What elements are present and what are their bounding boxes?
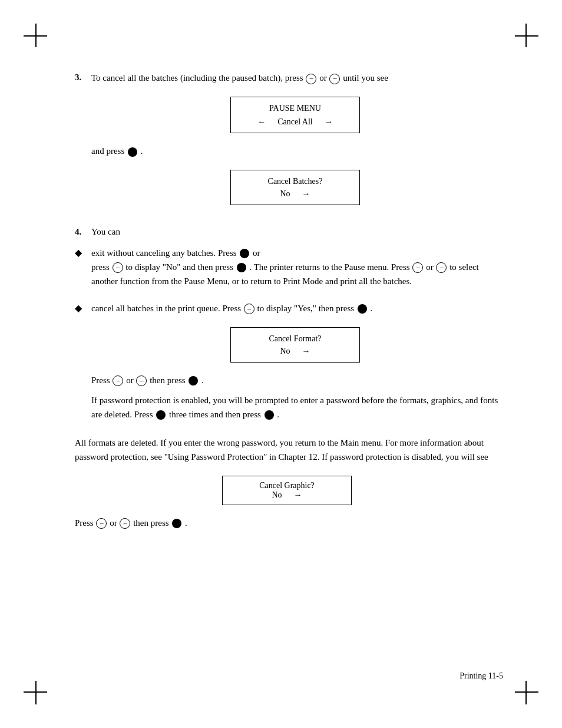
main-content: 3. To cancel all the batches (including … <box>75 71 499 530</box>
bullet-2-period: . <box>371 304 373 313</box>
bullet-1-symbol: ◆ <box>75 246 87 294</box>
password-para-btn-icon-2 <box>265 410 274 420</box>
step-4: 4. You can <box>75 225 499 239</box>
corner-mark-br-v <box>525 681 527 704</box>
step-3-until-text: until you see <box>343 73 388 83</box>
password-para-text1: If password protection is enabled, you w… <box>91 396 498 419</box>
cancel-graphic-value: No <box>272 490 282 500</box>
bullet-2-display-yes: to display "Yes," then press <box>257 304 356 313</box>
bullet-2-btn-icon <box>358 304 367 314</box>
step-4-body: You can <box>91 225 499 239</box>
and-press-period: . <box>141 146 143 156</box>
corner-mark-tr-h <box>515 35 538 37</box>
cancel-batches-label: Cancel Batches? <box>268 175 323 187</box>
corner-mark-bl-v <box>35 681 37 704</box>
password-para-text2: three times and then press <box>169 410 261 419</box>
bullet-2-body: cancel all batches in the print queue. P… <box>91 301 499 427</box>
bullet-2-symbol: ◆ <box>75 301 87 427</box>
password-para: If password protection is enabled, you w… <box>91 393 499 421</box>
bullet-2-minus-icon: − <box>244 304 254 314</box>
cancel-format-value: No <box>280 345 290 357</box>
bullet-2-or-text: or <box>126 375 135 385</box>
corner-mark-tl-v <box>35 24 37 47</box>
bullet-2-minus-icon-3: − <box>136 375 147 386</box>
and-press-btn-icon <box>128 147 137 157</box>
bullet-1-minus-icon: − <box>113 262 123 273</box>
cancel-graphic-row1: Cancel Graphic? <box>234 481 339 490</box>
bullet-1-body: exit without canceling any batches. Pres… <box>91 246 499 294</box>
cancel-batches-arrow: → <box>302 187 310 200</box>
bullet-1-press-text: press <box>91 262 112 272</box>
pause-menu-title: PAUSE MENU <box>243 102 348 114</box>
password-para-text3: . <box>277 410 279 419</box>
cancel-format-row1: Cancel Format? <box>243 332 348 345</box>
password-para-btn-icon-1 <box>156 410 166 420</box>
bullet-2-minus-icon-2: − <box>113 375 123 386</box>
page-footer: Printing 11-5 <box>459 671 503 681</box>
step-3-number: 3. <box>75 71 89 216</box>
cancel-format-arrow: → <box>302 345 310 357</box>
bullet-2-press-label: Press <box>91 375 112 385</box>
page: 3. To cancel all the batches (including … <box>0 0 562 728</box>
bottom-btn-icon <box>172 519 181 528</box>
cancel-format-box-container: Cancel Format? No → <box>91 321 499 368</box>
bullet-2-text-before: cancel all batches in the print queue. P… <box>91 304 243 313</box>
step-3-minus-icon-2: − <box>329 74 340 84</box>
step-4-number: 4. <box>75 225 89 239</box>
bottom-minus-icon-2: − <box>120 518 130 529</box>
pause-menu-label: Cancel All <box>277 116 313 128</box>
bullet-2-text: cancel all batches in the print queue. P… <box>91 301 499 315</box>
cancel-graphic-box: Cancel Graphic? No → <box>222 476 352 505</box>
cancel-batches-row2: No → <box>243 187 348 200</box>
cancel-graphic-box-container: Cancel Graphic? No → <box>75 470 499 511</box>
and-press-text: and press . <box>91 144 499 158</box>
pause-menu-box-container: PAUSE MENU ← Cancel All → <box>91 91 499 139</box>
bottom-then-press-text: then press <box>133 518 168 528</box>
bottom-para-text: All formats are deleted. If you enter th… <box>75 438 488 462</box>
and-press-label: and press <box>91 146 124 156</box>
pause-menu-right-arrow: → <box>325 116 333 128</box>
bullet-1-or-2: or <box>426 262 435 272</box>
bullet-1-btn-icon-1 <box>240 249 249 258</box>
bullet-2-press-line: Press − or − then press . <box>91 373 499 387</box>
bottom-or-label: or <box>110 518 117 528</box>
bullet-2: ◆ cancel all batches in the print queue.… <box>75 301 499 427</box>
corner-mark-tr-v <box>525 24 527 47</box>
pause-menu-left-arrow: ← <box>257 116 266 128</box>
cancel-batches-value: No <box>280 187 290 200</box>
step-3: 3. To cancel all the batches (including … <box>75 71 499 216</box>
bullet-1-text: exit without canceling any batches. Pres… <box>91 246 499 288</box>
step-3-text-before: To cancel all the batches (including the… <box>91 73 303 83</box>
cancel-batches-row1: Cancel Batches? <box>243 175 348 187</box>
bullet-1-btn-icon-2 <box>237 263 246 272</box>
cancel-format-row2: No → <box>243 345 348 357</box>
step-3-text: To cancel all the batches (including the… <box>91 71 499 85</box>
cancel-batches-box-container: Cancel Batches? No → <box>91 164 499 211</box>
bottom-period: . <box>185 518 187 528</box>
step-3-body: To cancel all the batches (including the… <box>91 71 499 216</box>
pause-menu-row: ← Cancel All → <box>243 116 348 128</box>
cancel-graphic-label: Cancel Graphic? <box>259 481 315 490</box>
bullet-2-btn-icon-2 <box>189 376 198 386</box>
bullet-1-or: or <box>253 248 260 258</box>
corner-mark-br-h <box>515 691 538 693</box>
bullet-2-press-period: . <box>201 375 204 385</box>
step-3-minus-icon-1: − <box>306 74 316 84</box>
bullet-1-printer-returns: . The printer returns to the Pause menu.… <box>249 262 412 272</box>
bullet-2-then-press: then press <box>150 375 187 385</box>
bottom-press-label: Press <box>75 518 94 528</box>
cancel-graphic-row2: No → <box>234 490 339 500</box>
cancel-batches-box: Cancel Batches? No → <box>230 170 360 205</box>
bullet-1: ◆ exit without canceling any batches. Pr… <box>75 246 499 294</box>
bottom-minus-icon-1: − <box>96 518 107 529</box>
bottom-press-line: Press − or − then press . <box>75 516 499 530</box>
bottom-para: All formats are deleted. If you enter th… <box>75 436 499 464</box>
footer-text: Printing 11-5 <box>459 671 503 680</box>
step-3-or-text: or <box>319 73 329 83</box>
cancel-graphic-arrow: → <box>294 490 302 500</box>
bullet-1-minus-icon-2: − <box>412 262 423 273</box>
step-4-text: You can <box>91 227 120 236</box>
pause-menu-box: PAUSE MENU ← Cancel All → <box>230 97 360 133</box>
bullet-1-minus-icon-3: − <box>436 262 447 273</box>
cancel-format-box: Cancel Format? No → <box>230 327 360 363</box>
